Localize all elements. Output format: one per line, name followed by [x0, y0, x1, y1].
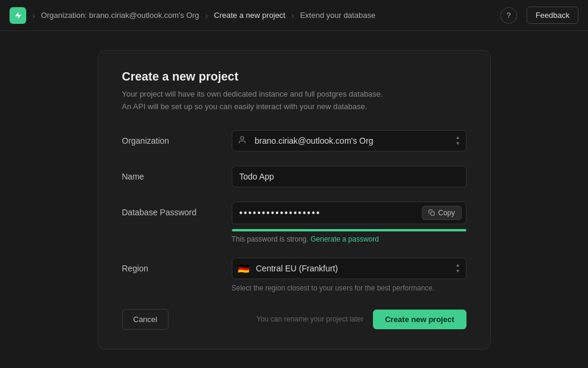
name-label: Name	[122, 166, 217, 181]
region-hint: Select the region closest to your users …	[232, 284, 466, 292]
organization-field: brano.ciriak@outlook.com's Org ▲ ▼	[232, 130, 466, 151]
card-title: Create a new project	[122, 70, 466, 84]
breadcrumb-create[interactable]: Create a new project	[214, 11, 285, 20]
org-select-wrapper: brano.ciriak@outlook.com's Org ▲ ▼	[232, 130, 466, 151]
password-label: Database Password	[122, 202, 217, 217]
rename-hint: You can rename your project later	[257, 315, 364, 323]
password-strength-bar	[232, 229, 466, 231]
card-description: Your project will have its own dedicated…	[122, 88, 466, 113]
main-content: Create a new project Your project will h…	[0, 31, 588, 368]
create-project-card: Create a new project Your project will h…	[98, 50, 491, 350]
card-footer: Cancel You can rename your project later…	[122, 309, 466, 330]
copy-icon	[428, 209, 435, 216]
name-row: Name	[122, 166, 466, 187]
breadcrumb-extend: Extend your database	[300, 11, 375, 20]
breadcrumb-sep-2: ›	[205, 11, 208, 20]
help-icon: ?	[506, 11, 511, 20]
cancel-button[interactable]: Cancel	[122, 309, 169, 330]
topbar: › Organization: brano.ciriak@outlook.com…	[0, 0, 588, 31]
password-strength-fill	[232, 229, 466, 231]
region-select-wrapper: 🇩🇪 Central EU (Frankfurt) ▲ ▼	[232, 258, 466, 279]
help-button[interactable]: ?	[500, 7, 517, 24]
svg-rect-1	[431, 212, 435, 215]
breadcrumb-sep-3: ›	[291, 11, 294, 20]
feedback-label: Feedback	[536, 11, 570, 20]
password-row: Database Password Copy Thi	[122, 202, 466, 243]
org-select[interactable]: brano.ciriak@outlook.com's Org	[232, 130, 466, 151]
generate-password-link[interactable]: Generate a password	[310, 235, 379, 243]
password-field: Copy This password is strong. Generate a…	[232, 202, 466, 243]
password-hint: This password is strong. Generate a pass…	[232, 235, 466, 243]
region-label: Region	[122, 258, 217, 273]
region-select[interactable]: Central EU (Frankfurt)	[232, 258, 466, 279]
breadcrumb-org[interactable]: Organization: brano.ciriak@outlook.com's…	[41, 11, 200, 20]
region-field: 🇩🇪 Central EU (Frankfurt) ▲ ▼ Select the…	[232, 258, 466, 292]
region-row: Region 🇩🇪 Central EU (Frankfurt) ▲ ▼ Sel…	[122, 258, 466, 292]
project-name-input[interactable]	[232, 166, 466, 187]
name-field	[232, 166, 466, 187]
feedback-button[interactable]: Feedback	[527, 7, 578, 24]
organization-label: Organization	[122, 130, 217, 146]
logo	[10, 7, 26, 24]
password-wrapper: Copy	[232, 202, 466, 224]
create-project-button[interactable]: Create new project	[373, 310, 466, 329]
organization-row: Organization brano.ciriak@outlook.com's …	[122, 130, 466, 151]
copy-button[interactable]: Copy	[422, 206, 461, 220]
copy-label: Copy	[438, 209, 455, 217]
breadcrumb-sep-1: ›	[32, 11, 35, 20]
